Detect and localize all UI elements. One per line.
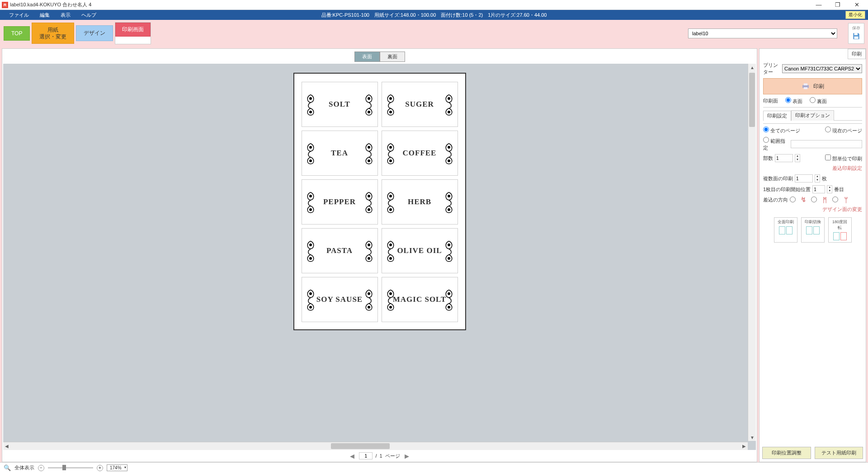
- multi-face-input[interactable]: [795, 174, 813, 183]
- multi-spinner[interactable]: ▲▼: [815, 174, 820, 183]
- radio-direction-m[interactable]: [811, 197, 817, 203]
- workspace: 表面 裏面 SOLTSUGERTEACOFFEEPEPPERHERBPASTAO…: [0, 47, 868, 462]
- svg-point-15: [389, 160, 392, 162]
- filename-select[interactable]: label10: [688, 28, 837, 38]
- window-title: label10.kad4-KOKUYO 合わせ名人 4: [10, 1, 809, 8]
- ornament-right-icon: [442, 93, 456, 116]
- svg-rect-44: [803, 87, 807, 89]
- label-cell[interactable]: TEA: [302, 131, 378, 176]
- canvas-viewport[interactable]: SOLTSUGERTEACOFFEEPEPPERHERBPASTAOLIVE O…: [3, 64, 756, 450]
- menu-edit[interactable]: 編集: [34, 12, 55, 19]
- zoom-in-button[interactable]: +: [97, 465, 103, 471]
- pager-total: 1: [379, 453, 382, 459]
- canvas-tab-back[interactable]: 裏面: [380, 52, 405, 62]
- label-cell[interactable]: SOLT: [302, 82, 378, 127]
- label-text: HERB: [408, 197, 431, 206]
- horizontal-scrollbar[interactable]: ◀ ▶: [3, 442, 748, 450]
- tab-design[interactable]: デザイン: [76, 25, 113, 41]
- subtab-print-settings[interactable]: 印刷設定: [763, 111, 791, 121]
- radio-face-front[interactable]: 表面: [785, 97, 802, 105]
- scroll-thumb-v[interactable]: [749, 73, 755, 127]
- pager-current-input[interactable]: [359, 452, 373, 459]
- tab-print-screen[interactable]: 印刷画面: [115, 23, 151, 37]
- start-pos-input[interactable]: [812, 185, 825, 193]
- ornament-left-icon: [384, 191, 397, 213]
- test-paper-print-button[interactable]: テスト用紙印刷: [815, 447, 863, 459]
- svg-point-22: [389, 195, 392, 197]
- svg-point-14: [389, 146, 392, 149]
- label-text: COFFEE: [403, 149, 437, 158]
- scroll-thumb-h[interactable]: [331, 443, 390, 449]
- ornament-right-icon: [362, 288, 376, 311]
- tab-paper-select[interactable]: 用紙 選択・変更: [32, 23, 74, 44]
- zoom-out-button[interactable]: −: [38, 465, 44, 471]
- zoom-slider[interactable]: [48, 467, 93, 468]
- change-design-face-link[interactable]: デザイン面の変更: [763, 206, 862, 213]
- svg-rect-43: [803, 84, 807, 85]
- pager-prev-button[interactable]: ◀: [348, 453, 356, 459]
- canvas-tab-front[interactable]: 表面: [354, 52, 380, 62]
- tab-top[interactable]: TOP: [4, 26, 30, 41]
- radio-all-pages[interactable]: 全てのページ: [763, 126, 800, 134]
- label-cell[interactable]: SUGER: [382, 82, 458, 127]
- menu-file[interactable]: ファイル: [4, 12, 34, 19]
- zoom-dropdown[interactable]: 174%: [107, 464, 127, 471]
- fit-label[interactable]: 全体表示: [14, 464, 34, 471]
- radio-direction-z[interactable]: [790, 197, 796, 203]
- direction-n-icon: ᛘ: [840, 196, 852, 203]
- radio-range-pages[interactable]: 範囲指定: [763, 137, 789, 151]
- scroll-left-icon[interactable]: ◀: [3, 443, 10, 450]
- menu-view[interactable]: 表示: [55, 12, 76, 19]
- label-cell[interactable]: OLIVE OIL: [382, 228, 458, 273]
- radio-face-back[interactable]: 裏面: [810, 97, 827, 105]
- svg-point-38: [389, 293, 392, 295]
- svg-point-30: [389, 244, 392, 246]
- rotate-icon: [833, 232, 847, 241]
- checkbox-per-set[interactable]: 部単位で印刷: [825, 155, 862, 162]
- label-cell[interactable]: PEPPER: [302, 179, 378, 225]
- start-spinner[interactable]: ▲▼: [827, 185, 832, 193]
- vertical-scrollbar[interactable]: ▲ ▼: [748, 64, 756, 441]
- label-text: MAGIC SOLT: [393, 295, 446, 304]
- save-icon: [852, 32, 860, 40]
- ornament-left-icon: [304, 93, 317, 116]
- copies-spinner[interactable]: ▲▼: [795, 154, 800, 162]
- option-print-switch[interactable]: 印刷切換: [801, 217, 825, 243]
- radio-direction-n[interactable]: [832, 197, 838, 203]
- menu-help[interactable]: ヘルプ: [76, 12, 102, 19]
- svg-point-23: [389, 209, 392, 211]
- label-cell[interactable]: PASTA: [302, 228, 378, 273]
- print-button[interactable]: 印刷: [763, 78, 862, 94]
- svg-point-16: [448, 146, 450, 149]
- zoom-slider-thumb[interactable]: [62, 465, 66, 470]
- svg-rect-1: [854, 36, 859, 38]
- page-sheet: SOLTSUGERTEACOFFEEPEPPERHERBPASTAOLIVE O…: [293, 73, 466, 330]
- sidebar-tab-print[interactable]: 印刷: [848, 49, 866, 59]
- subtab-print-options[interactable]: 印刷オプション: [791, 110, 834, 121]
- print-position-adjust-button[interactable]: 印刷位置調整: [762, 447, 811, 459]
- scroll-up-icon[interactable]: ▲: [749, 64, 756, 71]
- svg-point-28: [368, 244, 370, 246]
- label-cell[interactable]: SOY SAUSE: [302, 277, 378, 322]
- merge-print-settings-link[interactable]: 差込印刷設定: [763, 165, 862, 172]
- label-cell[interactable]: HERB: [382, 179, 458, 225]
- minimize-button[interactable]: —: [809, 0, 828, 10]
- magnifier-icon: 🔍: [4, 464, 11, 471]
- option-full-print[interactable]: 全面印刷: [774, 217, 797, 243]
- radio-current-page[interactable]: 現在のページ: [825, 126, 862, 134]
- option-rotate-180[interactable]: 180度回転: [828, 217, 852, 243]
- minimize-badge[interactable]: 最小化: [845, 11, 865, 19]
- copies-input[interactable]: [775, 154, 793, 162]
- label-cell[interactable]: COFFEE: [382, 131, 458, 176]
- direction-z-icon: ↯: [797, 196, 809, 203]
- pager-next-button[interactable]: ▶: [403, 453, 411, 459]
- scroll-down-icon[interactable]: ▼: [749, 434, 756, 441]
- close-button[interactable]: ✕: [847, 0, 866, 10]
- maximize-button[interactable]: ❐: [828, 0, 847, 10]
- save-button[interactable]: 保存: [848, 23, 864, 44]
- label-cell[interactable]: MAGIC SOLT: [382, 277, 458, 322]
- scroll-right-icon[interactable]: ▶: [741, 443, 748, 450]
- svg-rect-0: [854, 33, 858, 35]
- range-input[interactable]: [791, 140, 862, 148]
- printer-select[interactable]: Canon MF731C/733C CARPS2: [782, 64, 862, 73]
